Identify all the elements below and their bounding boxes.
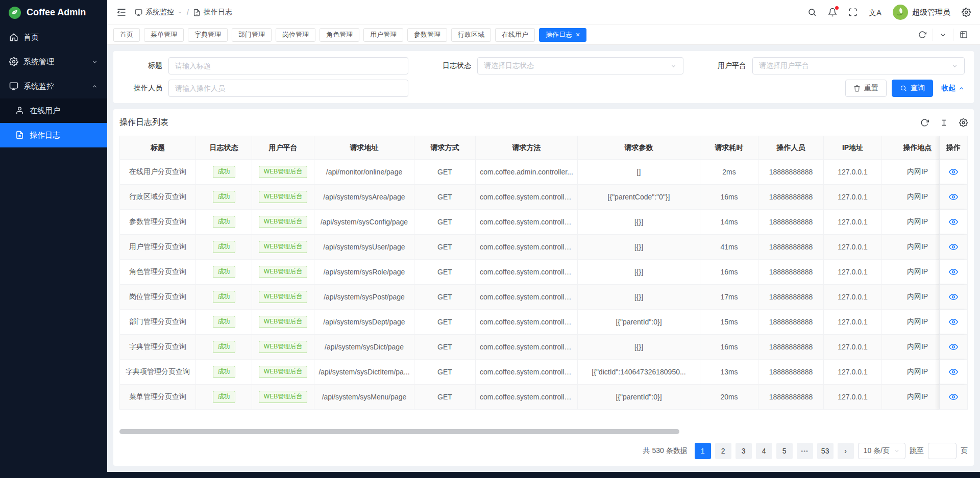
reset-button[interactable]: 重置 <box>845 80 887 97</box>
cell-platform: WEB管理后台 <box>252 385 314 410</box>
next-page-button[interactable]: › <box>838 443 854 459</box>
row-height-icon[interactable] <box>939 118 948 127</box>
tab-10[interactable]: 在线用户 <box>495 28 535 42</box>
tab-8[interactable]: 参数管理 <box>407 28 447 42</box>
fullscreen-icon[interactable] <box>848 8 857 17</box>
refresh-icon[interactable] <box>920 118 929 127</box>
chevron-down-icon <box>670 63 677 69</box>
layout-icon[interactable] <box>953 29 974 41</box>
home-icon <box>9 33 18 42</box>
cell-title: 角色管理分页查询 <box>119 260 196 285</box>
topbar: 系统监控 / 操作日志 <box>107 0 980 25</box>
user-platform-select[interactable]: 请选择用户平台 <box>752 57 965 74</box>
pagination: 共 530 条数据 12345•••53 › 10 条/页 跳至 页 <box>119 439 968 466</box>
table-header-row: 标题日志状态用户平台请求地址请求方式请求方法请求参数请求耗时操作人员IP地址操作… <box>119 136 968 160</box>
cell-status: 成功 <box>196 160 252 185</box>
cell-url: /api/system/sysMenu/page <box>314 385 414 410</box>
translate-icon[interactable]: 文A <box>869 9 881 16</box>
search-icon[interactable] <box>807 8 817 17</box>
title-filter-input[interactable] <box>168 57 408 74</box>
user-menu[interactable]: 超级管理员 <box>893 5 950 20</box>
jump-page-input[interactable] <box>928 443 957 459</box>
view-detail-icon[interactable] <box>949 392 958 401</box>
tab-5[interactable]: 岗位管理 <box>276 28 315 42</box>
tab-4[interactable]: 部门管理 <box>232 28 272 42</box>
cell-platform: WEB管理后台 <box>252 185 314 210</box>
cell-operator: 18888888888 <box>758 335 824 360</box>
cell-params: [{}] <box>578 335 700 360</box>
sidebar-item-label: 系统监控 <box>23 82 54 91</box>
cell-action[interactable] <box>939 260 968 285</box>
page-size-select[interactable]: 10 条/页 <box>858 443 905 459</box>
tab-2[interactable]: 菜单管理 <box>144 28 184 42</box>
cell-action[interactable] <box>939 160 968 185</box>
page-button-53[interactable]: 53 <box>817 443 834 459</box>
view-detail-icon[interactable] <box>949 292 958 301</box>
view-detail-icon[interactable] <box>949 242 958 251</box>
cell-title: 岗位管理分页查询 <box>119 285 196 310</box>
cell-action[interactable] <box>939 335 968 360</box>
cell-action[interactable] <box>939 185 968 210</box>
cell-method: GET <box>414 235 476 260</box>
bell-icon[interactable] <box>828 8 837 17</box>
view-detail-icon[interactable] <box>949 342 958 351</box>
tab-7[interactable]: 用户管理 <box>363 28 403 42</box>
cell-action[interactable] <box>939 285 968 310</box>
page-button-1[interactable]: 1 <box>695 443 711 459</box>
cell-status: 成功 <box>196 385 252 410</box>
tab-close-icon[interactable]: × <box>576 31 580 38</box>
tab-1[interactable]: 首页 <box>113 28 140 42</box>
cell-handler: com.coffee.system.controlle... <box>476 260 578 285</box>
cell-action[interactable] <box>939 385 968 410</box>
cell-method: GET <box>414 160 476 185</box>
tab-6[interactable]: 角色管理 <box>320 28 359 42</box>
chevron-down-icon[interactable] <box>933 29 953 41</box>
sidebar-submenu: 在线用户 操作日志 <box>0 98 107 147</box>
cell-operator: 18888888888 <box>758 235 824 260</box>
app-root: Coffee Admin 首页 系统管理 <box>0 0 980 478</box>
sidebar-item-home[interactable]: 首页 <box>0 25 107 49</box>
cell-action[interactable] <box>939 360 968 385</box>
cell-ip: 127.0.0.1 <box>824 235 882 260</box>
operator-filter-label: 操作人员 <box>122 84 168 93</box>
cell-action[interactable] <box>939 310 968 335</box>
tab-11[interactable]: 操作日志× <box>539 28 586 42</box>
cell-action[interactable] <box>939 235 968 260</box>
tab-3[interactable]: 字典管理 <box>188 28 228 42</box>
breadcrumb-parent[interactable]: 系统监控 <box>135 8 183 17</box>
cell-params: [{}] <box>578 210 700 235</box>
page-ellipsis[interactable]: ••• <box>797 443 813 459</box>
tab-9[interactable]: 行政区域 <box>451 28 491 42</box>
view-detail-icon[interactable] <box>949 317 958 326</box>
cell-handler: com.coffee.system.controlle... <box>476 285 578 310</box>
view-detail-icon[interactable] <box>949 367 958 376</box>
view-detail-icon[interactable] <box>949 192 958 202</box>
operator-filter-input[interactable] <box>168 80 408 97</box>
search-button[interactable]: 查询 <box>892 80 933 97</box>
sidebar-item-system-monitor[interactable]: 系统监控 <box>0 74 107 98</box>
log-status-select[interactable]: 请选择日志状态 <box>477 57 683 74</box>
cell-action[interactable] <box>939 210 968 235</box>
collapse-filters-link[interactable]: 收起 <box>941 84 965 93</box>
horizontal-scrollbar-thumb[interactable] <box>119 429 679 434</box>
sidebar-item-online-users[interactable]: 在线用户 <box>0 98 107 123</box>
cell-ip: 127.0.0.1 <box>824 360 882 385</box>
page-button-5[interactable]: 5 <box>776 443 793 459</box>
cell-method: GET <box>414 185 476 210</box>
cell-operator: 18888888888 <box>758 360 824 385</box>
cell-operator: 18888888888 <box>758 160 824 185</box>
search-icon <box>900 85 907 92</box>
page-button-2[interactable]: 2 <box>715 443 731 459</box>
column-settings-icon[interactable] <box>959 118 968 127</box>
view-detail-icon[interactable] <box>949 217 958 227</box>
view-detail-icon[interactable] <box>949 267 958 276</box>
page-button-4[interactable]: 4 <box>756 443 772 459</box>
view-detail-icon[interactable] <box>949 167 958 177</box>
collapse-sidebar-icon[interactable] <box>116 7 127 17</box>
sidebar-item-operation-logs[interactable]: 操作日志 <box>0 123 107 147</box>
refresh-icon[interactable] <box>912 29 933 41</box>
gear-icon[interactable] <box>962 8 971 17</box>
page-button-3[interactable]: 3 <box>736 443 752 459</box>
cell-title: 部门管理分页查询 <box>119 310 196 335</box>
sidebar-item-system-management[interactable]: 系统管理 <box>0 49 107 74</box>
